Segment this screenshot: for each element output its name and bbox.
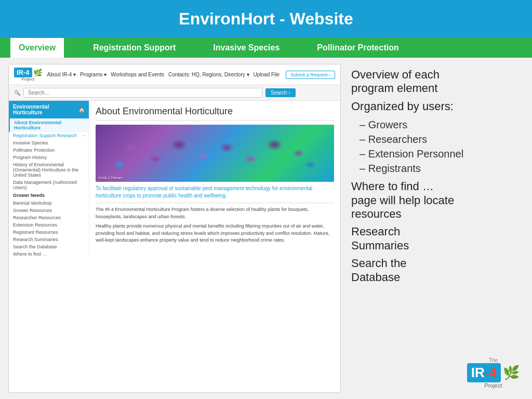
mockup-main-heading: About Environmental Horticulture bbox=[96, 106, 334, 121]
website-mockup: IR-4 🌿 Project About IR-4 ▾ Programs ▾ W… bbox=[8, 64, 341, 393]
sidebar-extension[interactable]: Extension Resources bbox=[9, 221, 89, 229]
ir4-logo-box: IR-4 bbox=[14, 68, 32, 77]
mockup-programs-link[interactable]: Programs ▾ bbox=[80, 72, 107, 77]
mockup-contacts-link[interactable]: Contacts: HQ, Regions, Directory ▾ bbox=[168, 72, 249, 77]
ir4-bottom-leaf-icon: 🌿 bbox=[503, 365, 520, 381]
mockup-topbar: IR-4 🌿 Project About IR-4 ▾ Programs ▾ W… bbox=[9, 64, 340, 85]
sidebar-item-data-mgmt[interactable]: Data Management (Authorized Users) bbox=[9, 179, 89, 191]
slide-body: IR-4 🌿 Project About IR-4 ▾ Programs ▾ W… bbox=[0, 58, 532, 399]
ir4-bottom-main: IR - 4 🌿 bbox=[467, 363, 520, 382]
sidebar-grower-resources[interactable]: Grower Resources bbox=[9, 207, 89, 214]
mockup-search-button[interactable]: Search › bbox=[265, 88, 296, 97]
sidebar-researcher[interactable]: Researcher Resources bbox=[9, 214, 89, 221]
nav-item-pollinator[interactable]: Pollinator Protection bbox=[309, 38, 407, 58]
slide-container: EnvironHort - Website Overview Registrat… bbox=[0, 0, 532, 399]
nav-item-overview[interactable]: Overview bbox=[10, 38, 64, 58]
sidebar-where-to-find[interactable]: Where to find … bbox=[9, 250, 89, 258]
the-text: The bbox=[489, 357, 498, 363]
bullet-registrants: – Registrants bbox=[360, 161, 522, 176]
ir4-logo-bottom: The IR - 4 🌿 Project bbox=[351, 353, 522, 389]
hero-caption: Kristi L Palmer bbox=[99, 176, 122, 180]
sidebar-registrant[interactable]: Registrant Resources bbox=[9, 229, 89, 236]
right-line-overview: Overview of each program element bbox=[351, 68, 522, 96]
ir4-dash: - bbox=[485, 365, 489, 381]
ir4-project-label: Project bbox=[484, 382, 502, 389]
sidebar-item-pollinator[interactable]: Pollinator Protection bbox=[9, 147, 89, 154]
mockup-body-text-1: The IR-4 Environmental Horticulture Prog… bbox=[96, 206, 334, 220]
sidebar-item-history-env[interactable]: History of Environmental (Ornamental) Ho… bbox=[9, 161, 89, 179]
sidebar-search-db[interactable]: Search the Database bbox=[9, 243, 89, 250]
right-line-research: Research Summaries bbox=[351, 225, 522, 252]
nav-item-invasive[interactable]: Invasive Species bbox=[205, 38, 288, 58]
mockup-about-link[interactable]: About IR-4 ▾ bbox=[47, 72, 76, 77]
sidebar-section-header: Environmental Horticulture 🏠 bbox=[9, 101, 89, 118]
mockup-workshops-link[interactable]: Workshops and Events bbox=[111, 72, 164, 77]
right-line-organized: Organized by users: bbox=[351, 100, 522, 113]
nav-item-registration[interactable]: Registration Support bbox=[85, 38, 184, 58]
mockup-search-input[interactable] bbox=[23, 88, 262, 98]
mockup-search-bar: 🔍 Search › bbox=[9, 85, 340, 101]
bullet-researchers: – Researchers bbox=[360, 132, 522, 147]
ir4-bottom-logo-group: The IR - 4 🌿 Project bbox=[467, 357, 520, 389]
slide-title: EnvironHort - Website bbox=[10, 9, 522, 29]
sidebar-link-registration[interactable]: Registration Support Research− bbox=[9, 132, 89, 139]
sidebar-active-item[interactable]: About Environmental Horticulture bbox=[9, 118, 89, 132]
bullet-list: – Growers – Researchers – Extension Pers… bbox=[360, 117, 522, 176]
mockup-main: About Environmental Horticulture Kristi … bbox=[89, 101, 340, 258]
sidebar-item-history[interactable]: Program History bbox=[9, 154, 89, 161]
right-line-search: Search the Database bbox=[351, 257, 522, 284]
mockup-sidebar: Environmental Horticulture 🏠 About Envir… bbox=[9, 101, 89, 258]
sidebar-grower-needs-header: Grower Needs bbox=[9, 191, 89, 200]
ir4-four: 4 bbox=[489, 365, 497, 381]
hero-flowers bbox=[96, 125, 334, 182]
sidebar-item-invasive[interactable]: Invasive Species bbox=[9, 139, 89, 147]
sidebar-research-summaries[interactable]: Research Summaries bbox=[9, 236, 89, 243]
ir4-project-text: Project bbox=[21, 77, 34, 82]
mockup-upload-link[interactable]: Upload File bbox=[254, 72, 280, 77]
mockup-content: Environmental Horticulture 🏠 About Envir… bbox=[9, 101, 340, 258]
slide-header: EnvironHort - Website bbox=[0, 0, 532, 38]
right-panel: Overview of each program element Organiz… bbox=[349, 64, 524, 393]
sidebar-biennial[interactable]: Biennial Workshop bbox=[9, 200, 89, 207]
bullet-extension: – Extension Personnel bbox=[360, 147, 522, 161]
mockup-nav-links: About IR-4 ▾ Programs ▾ Workshops and Ev… bbox=[47, 72, 281, 77]
ir4-leaf-icon: 🌿 bbox=[33, 69, 42, 77]
mockup-divider bbox=[96, 203, 334, 203]
slide-nav: Overview Registration Support Invasive S… bbox=[0, 38, 532, 58]
right-line-where: Where to find … page will help locate re… bbox=[351, 180, 522, 221]
ir4-ir: IR bbox=[471, 365, 485, 381]
bullet-growers: – Growers bbox=[360, 117, 522, 132]
mockup-submit-btn[interactable]: Submit a Request › bbox=[286, 71, 335, 79]
mockup-body-text-2: Healthy plants provide numerous physical… bbox=[96, 223, 334, 244]
ir4-logo: IR-4 🌿 Project bbox=[14, 68, 42, 82]
search-icon: 🔍 bbox=[14, 90, 20, 96]
mockup-tagline: To facilitate regulatory approval of sus… bbox=[96, 185, 334, 200]
mockup-hero-image: Kristi L Palmer bbox=[96, 125, 334, 182]
